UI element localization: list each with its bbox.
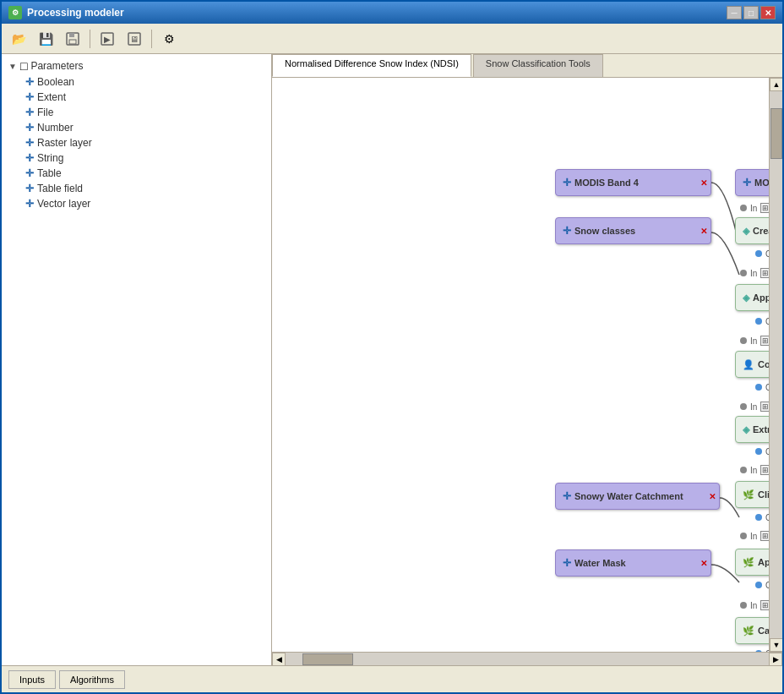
apply-water-in: In ⊞ bbox=[740, 600, 769, 610]
calc-area-icon: 🌿 bbox=[743, 626, 754, 637]
extract-snow-in-label: In bbox=[750, 466, 757, 475]
convert-grid-in-dot bbox=[740, 403, 747, 410]
sidebar-item-tablefield[interactable]: ✛ Table field bbox=[22, 181, 268, 196]
apply-water-in-expand[interactable]: ⊞ bbox=[760, 600, 769, 610]
hscroll-left-button[interactable]: ◀ bbox=[272, 653, 286, 666]
minimize-button[interactable]: ─ bbox=[727, 6, 742, 19]
svg-text:🖥: 🖥 bbox=[130, 35, 139, 44]
snowclasses-delete[interactable]: ✕ bbox=[700, 227, 707, 236]
sidebar-item-raster[interactable]: ✛ Raster layer bbox=[22, 135, 268, 150]
create-ndsi-in-expand[interactable]: ⊞ bbox=[760, 268, 769, 278]
snowy-water-box[interactable]: ✛ Snowy Water Catchment ✕ bbox=[555, 483, 720, 510]
clip-swc-out: Out ⊞ bbox=[755, 512, 769, 522]
tab-snow-tools[interactable]: Snow Classification Tools bbox=[473, 54, 603, 77]
convert-grid-out-dot bbox=[755, 384, 762, 391]
clip-swc-label: Clip to SWC bbox=[758, 489, 769, 500]
canvas-with-vscroll: ✛ MODIS Band 4 ✕ ✛ MODIS Band 6 ✕ bbox=[272, 78, 782, 652]
string-label: String bbox=[37, 152, 63, 164]
sidebar-item-file[interactable]: ✛ File bbox=[22, 105, 268, 120]
apply-ndsi-in-dot bbox=[740, 337, 747, 344]
clip-swc-box[interactable]: 🌿 Clip to SWC ✕ bbox=[735, 481, 769, 508]
apply-ndsi-box[interactable]: ◈ Apply NDSI threshold ✕ bbox=[735, 284, 769, 311]
canvas-scroll-area[interactable]: ✛ MODIS Band 4 ✕ ✛ MODIS Band 6 ✕ bbox=[272, 78, 769, 652]
vscroll-up-button[interactable]: ▲ bbox=[770, 78, 782, 91]
table-label: Table bbox=[37, 167, 62, 179]
save-button[interactable]: 💾 bbox=[34, 28, 57, 50]
run-button[interactable]: ▶ bbox=[95, 28, 119, 50]
tab-ndsi[interactable]: Normalised Difference Snow Index (NDSI) bbox=[272, 54, 471, 77]
maximize-button[interactable]: □ bbox=[743, 6, 759, 19]
apply-ndsi-out-dot bbox=[755, 318, 762, 325]
modis-band4-box[interactable]: ✛ MODIS Band 4 ✕ bbox=[555, 169, 711, 196]
apply-ndsi-in-label: In bbox=[750, 336, 757, 346]
svg-rect-1 bbox=[69, 33, 74, 37]
extent-icon: ✛ bbox=[25, 91, 34, 103]
root-icon: □ bbox=[20, 59, 27, 73]
horizontal-scrollbar[interactable]: ◀ ▶ bbox=[272, 652, 782, 665]
sidebar-item-string[interactable]: ✛ String bbox=[22, 150, 268, 166]
sidebar-item-boolean[interactable]: ✛ Boolean bbox=[22, 74, 268, 90]
vscroll-thumb[interactable] bbox=[770, 108, 782, 159]
close-button[interactable]: ✕ bbox=[760, 6, 776, 19]
modis6-in-connector: In ⊞ bbox=[740, 203, 769, 213]
create-ndsi-icon: ◈ bbox=[743, 226, 749, 237]
save-as-button[interactable] bbox=[61, 28, 84, 50]
water-mask-label: Water Mask bbox=[574, 558, 626, 568]
modis6-plus-icon: ✛ bbox=[743, 177, 751, 189]
water-mask-delete[interactable]: ✕ bbox=[700, 559, 707, 568]
toolbar: 📂 💾 ▶ 🖥 ⚙ bbox=[2, 24, 782, 54]
hscroll-track[interactable] bbox=[286, 653, 769, 666]
sidebar: ▼ □ Parameters ✛ Boolean ✛ Extent ✛ File bbox=[2, 54, 272, 665]
create-ndsi-box[interactable]: ◈ Create the NDSI grid ✕ bbox=[735, 217, 769, 244]
modis4-delete[interactable]: ✕ bbox=[700, 178, 707, 188]
convert-grid-box[interactable]: 👤 Convert grid to polygons ✕ bbox=[735, 351, 769, 378]
apply-ndsi-in-expand[interactable]: ⊞ bbox=[760, 336, 769, 346]
boolean-icon: ✛ bbox=[25, 76, 34, 88]
open-button[interactable]: 📂 bbox=[7, 28, 30, 50]
extract-snow-box[interactable]: ◈ Extract 'snow' polygons ✕ bbox=[735, 416, 769, 443]
sidebar-item-table[interactable]: ✛ Table bbox=[22, 166, 268, 181]
inputs-button[interactable]: Inputs bbox=[8, 670, 56, 689]
extract-snow-out: Out ⊞ bbox=[755, 446, 769, 456]
clip-swc-out-dot bbox=[755, 514, 762, 521]
raster-label: Raster layer bbox=[37, 137, 92, 149]
file-label: File bbox=[37, 107, 53, 118]
snow-classes-box[interactable]: ✛ Snow classes ✕ bbox=[555, 217, 711, 244]
modis4-plus-icon: ✛ bbox=[563, 177, 571, 189]
algorithms-button[interactable]: Algorithms bbox=[59, 670, 125, 689]
modis-band6-box[interactable]: ✛ MODIS Band 6 ✕ bbox=[735, 169, 769, 196]
file-icon: ✛ bbox=[25, 107, 34, 118]
vscroll-down-button[interactable]: ▼ bbox=[770, 638, 782, 652]
extract-snow-out-label: Out bbox=[765, 447, 769, 456]
sidebar-root[interactable]: ▼ □ Parameters bbox=[5, 57, 268, 74]
vertical-scrollbar[interactable]: ▲ ▼ bbox=[769, 78, 782, 652]
extract-snow-out-dot bbox=[755, 448, 762, 455]
vector-label: Vector layer bbox=[37, 198, 90, 210]
apply-water-label: Apply water mask bbox=[758, 557, 769, 567]
apply-water-in-label: In bbox=[750, 601, 757, 610]
water-mask-box[interactable]: ✛ Water Mask ✕ bbox=[555, 549, 711, 577]
sidebar-item-extent[interactable]: ✛ Extent bbox=[22, 90, 268, 105]
extract-snow-in-expand[interactable]: ⊞ bbox=[760, 465, 769, 475]
vscroll-track[interactable] bbox=[770, 91, 782, 638]
create-ndsi-out-dot bbox=[755, 250, 762, 257]
calc-area-box[interactable]: 🌿 Calculate area covered ✕ bbox=[735, 617, 769, 644]
modis6-expand[interactable]: ⊞ bbox=[760, 203, 769, 213]
boolean-label: Boolean bbox=[37, 76, 74, 88]
apply-water-box[interactable]: 🌿 Apply water mask ✕ bbox=[735, 549, 769, 576]
clip-swc-in-expand[interactable]: ⊞ bbox=[760, 531, 769, 541]
apply-ndsi-in: In ⊞ bbox=[740, 336, 769, 346]
convert-grid-in-expand[interactable]: ⊞ bbox=[760, 402, 769, 412]
raster-icon: ✛ bbox=[25, 137, 34, 149]
toolbar-separator-2 bbox=[151, 30, 152, 48]
export-button[interactable]: 🖥 bbox=[122, 28, 146, 50]
water-mask-plus-icon: ✛ bbox=[563, 557, 571, 569]
apply-water-out-dot bbox=[755, 582, 762, 588]
hscroll-right-button[interactable]: ▶ bbox=[769, 653, 782, 666]
sidebar-item-vector[interactable]: ✛ Vector layer bbox=[22, 196, 268, 211]
snowy-water-delete[interactable]: ✕ bbox=[709, 492, 716, 501]
snowclasses-plus-icon: ✛ bbox=[563, 225, 571, 237]
sidebar-item-number[interactable]: ✛ Number bbox=[22, 120, 268, 135]
settings-button[interactable]: ⚙ bbox=[157, 28, 181, 50]
hscroll-thumb[interactable] bbox=[302, 653, 353, 665]
